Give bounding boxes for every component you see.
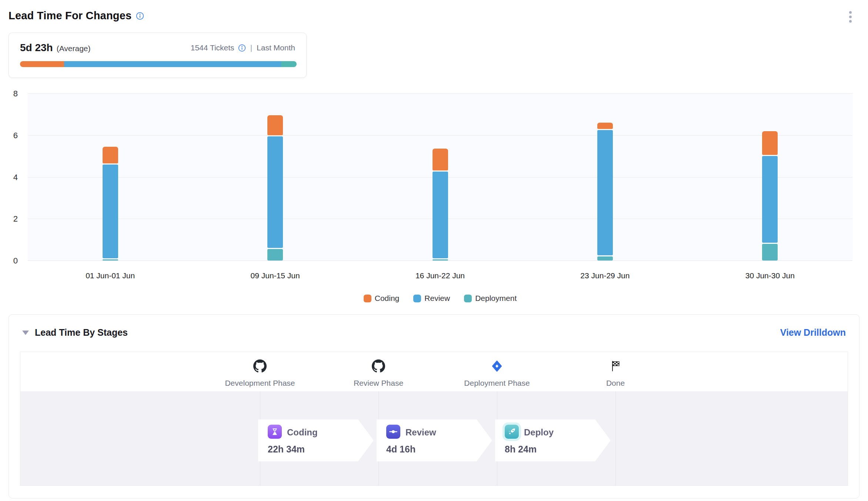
- page-title: Lead Time For Changes: [9, 10, 131, 22]
- bar-23-jun-29-jun[interactable]: [597, 123, 613, 261]
- distribution-segment-review[interactable]: [64, 61, 281, 67]
- bar-segment-review[interactable]: [597, 130, 613, 255]
- legend-item-review[interactable]: Review: [413, 294, 450, 303]
- y-tick-label: 0: [13, 256, 18, 266]
- phase-label: Development Phase: [225, 379, 295, 388]
- y-tick-label: 4: [13, 173, 18, 182]
- phase-column-development-phase: Development Phase: [201, 352, 319, 388]
- bar-segment-deployment[interactable]: [597, 256, 613, 261]
- x-tick-label: 01 Jun-01 Jun: [86, 271, 135, 280]
- stage-card-value: 22h 34m: [268, 444, 305, 455]
- period-label: Last Month: [257, 43, 295, 52]
- stages-collapse-toggle[interactable]: Lead Time By Stages: [22, 327, 128, 338]
- plot-area: [28, 94, 852, 261]
- tickets-count: 1544 Tickets: [191, 43, 234, 52]
- stages-table-body: Coding22h 34mReview4d 16hDeploy8h 24m: [20, 391, 848, 485]
- bar-segment-deployment[interactable]: [762, 244, 778, 261]
- stages-title: Lead Time By Stages: [35, 327, 128, 338]
- stage-card-value: 4d 16h: [386, 444, 415, 455]
- average-label: (Average): [57, 44, 91, 53]
- view-drilldown-link[interactable]: View Drilldown: [780, 327, 846, 338]
- checkered-flag-icon: [610, 358, 621, 374]
- separator: |: [250, 43, 252, 52]
- legend-item-coding[interactable]: Coding: [364, 294, 400, 303]
- bar-segment-coding[interactable]: [267, 115, 283, 135]
- bar-segment-deployment[interactable]: [267, 249, 283, 261]
- stage-distribution-bar: [20, 61, 297, 67]
- bar-segment-coding[interactable]: [103, 147, 118, 163]
- lead-time-by-stages-panel: Lead Time By Stages View Drilldown Codin…: [9, 314, 859, 498]
- y-axis: 02468: [0, 94, 23, 261]
- lead-time-widget: Lead Time For Changes 5d 23h (Average) 1…: [0, 0, 868, 501]
- distribution-segment-coding[interactable]: [20, 61, 64, 67]
- stage-card-label: Deploy: [524, 427, 554, 438]
- y-tick-label: 6: [13, 131, 18, 140]
- bar-segment-coding[interactable]: [597, 123, 613, 129]
- bar-segment-deployment[interactable]: [103, 259, 118, 261]
- y-tick-label: 2: [13, 214, 18, 224]
- phase-label: Done: [606, 379, 625, 388]
- stage-card-value: 8h 24m: [505, 444, 537, 455]
- diamond-icon: [491, 358, 503, 374]
- legend-item-deployment[interactable]: Deployment: [464, 294, 517, 303]
- kebab-menu-icon[interactable]: [849, 11, 852, 23]
- x-axis: 01 Jun-01 Jun09 Jun-15 Jun16 Jun-22 Jun2…: [28, 261, 852, 283]
- commit-icon: [386, 425, 400, 439]
- stage-card-deploy[interactable]: Deploy8h 24m: [495, 419, 611, 461]
- hourglass-icon: [268, 425, 282, 439]
- bar-segment-review[interactable]: [433, 172, 448, 258]
- bar-segment-review[interactable]: [103, 165, 118, 259]
- x-tick-label: 23 Jun-29 Jun: [580, 271, 630, 280]
- bar-segment-deployment[interactable]: [433, 259, 448, 261]
- bar-09-jun-15-jun[interactable]: [267, 115, 283, 261]
- github-icon: [372, 358, 385, 374]
- lead-time-chart: 02468 01 Jun-01 Jun09 Jun-15 Jun16 Jun-2…: [0, 94, 868, 316]
- stages-table: Coding22h 34mReview4d 16hDeploy8h 24m De…: [20, 352, 848, 486]
- x-tick-label: 09 Jun-15 Jun: [251, 271, 300, 280]
- bar-segment-review[interactable]: [762, 156, 778, 243]
- legend-swatch: [364, 295, 371, 302]
- distribution-segment-deployment[interactable]: [281, 61, 297, 67]
- legend-swatch: [464, 295, 472, 302]
- legend-swatch: [413, 295, 421, 302]
- title-info-icon[interactable]: [136, 12, 144, 20]
- stage-card-label: Review: [405, 427, 436, 438]
- gridline-6: [28, 135, 852, 136]
- phase-label: Deployment Phase: [464, 379, 530, 388]
- bar-segment-review[interactable]: [267, 136, 283, 248]
- gridline-8: [28, 93, 852, 94]
- bar-30-jun-30-jun[interactable]: [762, 131, 778, 261]
- stage-card-coding[interactable]: Coding22h 34m: [258, 419, 374, 461]
- phase-column-done: Done: [556, 352, 675, 388]
- legend-label: Deployment: [475, 294, 517, 303]
- phase-label: Review Phase: [354, 379, 403, 388]
- bar-16-jun-22-jun[interactable]: [433, 149, 448, 261]
- tickets-info-icon[interactable]: [238, 44, 246, 52]
- phase-column-deployment-phase: Deployment Phase: [438, 352, 556, 388]
- stage-card-label: Coding: [287, 427, 318, 438]
- x-tick-label: 30 Jun-30 Jun: [745, 271, 795, 280]
- chart-legend: CodingReviewDeployment: [28, 294, 852, 303]
- legend-label: Review: [424, 294, 450, 303]
- x-tick-label: 16 Jun-22 Jun: [415, 271, 465, 280]
- stage-card-review[interactable]: Review4d 16h: [377, 419, 492, 461]
- collapse-triangle-icon: [22, 331, 29, 335]
- average-value: 5d 23h: [20, 42, 53, 54]
- bar-01-jun-01-jun[interactable]: [103, 147, 118, 261]
- bar-segment-coding[interactable]: [762, 131, 778, 155]
- widget-header: Lead Time For Changes: [9, 10, 144, 22]
- legend-label: Coding: [375, 294, 400, 303]
- y-tick-label: 8: [13, 89, 18, 99]
- phase-column-review-phase: Review Phase: [319, 352, 438, 388]
- summary-card: 5d 23h (Average) 1544 Tickets | Last Mon…: [9, 33, 307, 78]
- column-divider: [615, 391, 616, 485]
- github-icon: [253, 358, 267, 374]
- rocket-icon: [505, 425, 519, 439]
- bar-segment-coding[interactable]: [433, 149, 448, 170]
